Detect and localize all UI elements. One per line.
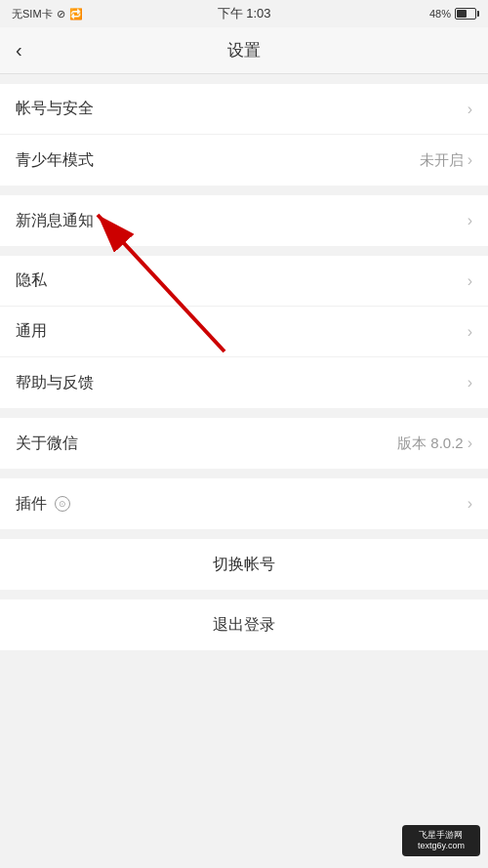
status-time: 下午 1:03 [218,5,271,22]
plugin-label: 插件 [16,494,47,515]
sim-icon: ⊘ [57,8,65,21]
status-left: 无SIM卡 ⊘ 🔁 [12,7,83,21]
chevron-icon: › [468,374,472,392]
settings-group-1: 帐号与安全 › 青少年模式 未开启 › [0,84,488,186]
privacy-label: 隐私 [16,270,47,291]
notify-right: › [468,212,472,229]
chevron-icon: › [468,495,472,513]
settings-item-privacy[interactable]: 隐私 › [0,256,488,307]
wifi-icon: 🔁 [69,8,83,21]
help-label: 帮助与反馈 [16,373,94,393]
about-version: 版本 8.0.2 [397,434,464,453]
settings-item-plugin[interactable]: 插件 ⊙ › [0,478,488,529]
teen-value: 未开启 [420,151,464,170]
action-group-logout: 退出登录 [0,599,488,650]
plugin-right: › [468,495,472,513]
chevron-icon: › [468,101,472,118]
about-right: 版本 8.0.2 › [397,434,472,453]
watermark-text: 飞星手游网textg6y.com [418,830,465,851]
settings-item-general[interactable]: 通用 › [0,307,488,357]
account-right: › [468,101,472,118]
settings-item-help[interactable]: 帮助与反馈 › [0,357,488,408]
status-bar: 无SIM卡 ⊘ 🔁 下午 1:03 48% [0,0,488,27]
general-label: 通用 [16,321,47,342]
settings-item-teen[interactable]: 青少年模式 未开启 › [0,135,488,186]
battery-icon [455,8,476,20]
account-label: 帐号与安全 [16,99,94,119]
settings-item-notify[interactable]: 新消息通知 › [0,195,488,246]
chevron-icon: › [468,212,472,229]
battery-percent: 48% [429,8,451,20]
plugin-icon: ⊙ [55,496,70,512]
chevron-icon: › [468,434,472,452]
status-right: 48% [429,8,476,20]
settings-item-about[interactable]: 关于微信 版本 8.0.2 › [0,418,488,469]
no-sim-label: 无SIM卡 [12,7,53,21]
nav-bar: ‹ 设置 [0,27,488,74]
page-title: 设置 [227,39,261,62]
teen-right: 未开启 › [420,151,472,170]
switch-account-button[interactable]: 切换帐号 [0,539,488,590]
settings-group-2: 新消息通知 › [0,195,488,246]
settings-group-5: 插件 ⊙ › [0,478,488,529]
settings-group-4: 关于微信 版本 8.0.2 › [0,418,488,469]
settings-container: 帐号与安全 › 青少年模式 未开启 › 新消息通知 › 隐私 › [0,84,488,650]
switch-account-label: 切换帐号 [213,555,275,575]
action-group-switch: 切换帐号 [0,539,488,590]
general-right: › [468,323,472,341]
logout-button[interactable]: 退出登录 [0,599,488,650]
back-button[interactable]: ‹ [16,39,22,62]
help-right: › [468,374,472,392]
teen-label: 青少年模式 [16,150,94,171]
watermark: 飞星手游网textg6y.com [402,825,480,856]
chevron-icon: › [468,272,472,290]
chevron-icon: › [468,151,472,169]
about-label: 关于微信 [16,434,78,454]
settings-group-3: 隐私 › 通用 › 帮助与反馈 › [0,256,488,408]
privacy-right: › [468,272,472,290]
notify-label: 新消息通知 [16,211,94,231]
plugin-left: 插件 ⊙ [16,494,70,515]
logout-label: 退出登录 [213,615,275,636]
chevron-icon: › [468,323,472,341]
settings-item-account[interactable]: 帐号与安全 › [0,84,488,135]
